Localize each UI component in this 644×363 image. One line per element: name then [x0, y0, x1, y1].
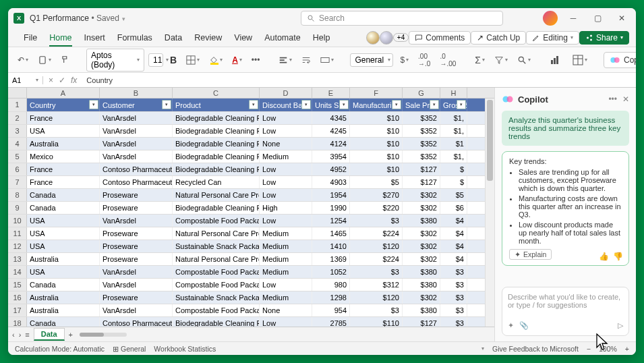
cell[interactable]: Mexico — [27, 150, 100, 163]
cell[interactable]: Proseware — [100, 227, 173, 240]
maximize-button[interactable]: ▢ — [589, 11, 606, 26]
cell[interactable]: $5 — [440, 189, 467, 201]
cell[interactable]: Canada — [27, 317, 100, 327]
filter-icon[interactable]: ▾ — [457, 100, 466, 109]
cell[interactable]: 1410 — [312, 240, 350, 252]
borders-button[interactable]: ▾ — [183, 53, 202, 67]
cell[interactable]: 1465 — [312, 227, 350, 240]
cell[interactable]: 4345 — [312, 112, 350, 124]
menu-home[interactable]: Home — [43, 33, 78, 43]
zoom-in-button[interactable]: + — [625, 345, 629, 353]
cell[interactable]: Natural Personal Care Products — [173, 227, 260, 240]
cell[interactable]: Medium — [260, 150, 312, 163]
cell[interactable]: $3 — [350, 215, 403, 227]
cell[interactable]: VanArsdel — [100, 304, 173, 316]
share-button[interactable]: Share▾ — [579, 31, 629, 45]
cell[interactable]: $5 — [350, 176, 403, 188]
cell[interactable]: $3 — [440, 279, 467, 291]
row-header[interactable]: 3 — [8, 125, 27, 137]
workbook-stats[interactable]: Workbook Statistics — [154, 345, 216, 353]
cell[interactable]: Proseware — [100, 291, 173, 304]
currency-button[interactable]: $▾ — [397, 53, 411, 67]
cell[interactable]: None — [260, 304, 312, 316]
filter-icon[interactable]: ▾ — [301, 100, 311, 109]
sort-filter-button[interactable]: ▾ — [492, 53, 510, 67]
font-color-button[interactable]: A▾ — [229, 53, 245, 67]
attachment-icon[interactable]: 📎 — [519, 321, 529, 330]
table-row[interactable]: 12USAProsewareSustainable Snack Packagin… — [8, 240, 494, 253]
cell[interactable]: 1954 — [312, 189, 350, 201]
col-header[interactable]: G — [403, 88, 440, 98]
row-header[interactable]: 15 — [8, 279, 27, 291]
search-input[interactable]: Search — [301, 11, 503, 26]
more-font-button[interactable]: ••• — [249, 53, 263, 67]
cell[interactable]: $380 — [403, 215, 440, 227]
table-row[interactable]: 3USAVanArsdelBiodegradable Cleaning Prod… — [8, 125, 494, 138]
cell[interactable]: $1, — [440, 125, 467, 137]
cell[interactable]: $352 — [403, 138, 440, 150]
cancel-icon[interactable]: × — [49, 76, 53, 85]
presence-avatar[interactable] — [366, 31, 380, 45]
cell[interactable]: Natural Personal Care Products — [173, 189, 260, 201]
table-column-header[interactable]: Discount Band▾ — [260, 99, 312, 111]
all-sheets-button[interactable]: ≡ — [25, 331, 29, 339]
cell[interactable]: $352 — [403, 125, 440, 137]
cell[interactable]: Proseware — [100, 253, 173, 265]
cell[interactable]: Australia — [27, 304, 100, 316]
cell[interactable]: $120 — [350, 240, 403, 252]
cell[interactable]: $10 — [350, 163, 403, 175]
menu-help[interactable]: Help — [307, 33, 336, 43]
cell[interactable]: $4 — [440, 253, 467, 265]
table-row[interactable]: 8CanadaProsewareNatural Personal Care Pr… — [8, 189, 494, 202]
feedback-link[interactable]: Give Feedback to Microsoft — [492, 345, 579, 353]
font-size-select[interactable]: 11▾ — [148, 53, 163, 67]
cell[interactable]: Low — [260, 317, 312, 327]
cell[interactable]: $127 — [403, 317, 440, 327]
analyze-data-button[interactable] — [547, 53, 563, 67]
cell[interactable]: 1990 — [312, 202, 350, 214]
cell[interactable]: Compostable Food Packaging — [173, 304, 260, 316]
table-row[interactable]: 10USAVanArsdelCompostable Food Packaging… — [8, 215, 494, 227]
chevron-down-icon[interactable]: ▾ — [122, 16, 125, 22]
row-header[interactable]: 10 — [8, 215, 27, 227]
cell[interactable]: VanArsdel — [100, 150, 173, 163]
col-header[interactable]: D — [260, 88, 312, 98]
table-row[interactable]: 6FranceContoso PharmaceuticalsBiodegrada… — [8, 163, 494, 176]
cell[interactable]: $4 — [440, 215, 467, 227]
autosum-button[interactable]: Σ▾ — [472, 53, 488, 67]
cell[interactable]: Compostable Food Packaging — [173, 266, 260, 278]
catchup-button[interactable]: ↗Catch Up — [471, 31, 526, 45]
filter-icon[interactable]: ▾ — [339, 100, 349, 109]
vertical-scrollbar[interactable] — [485, 99, 494, 327]
align-left-button[interactable]: ▾ — [276, 53, 295, 67]
cell[interactable]: Contoso Pharmaceuticals — [100, 163, 173, 175]
cell[interactable]: 4952 — [312, 163, 350, 175]
cell[interactable]: Sustainable Snack Packaging — [173, 291, 260, 304]
cell[interactable]: Biodegradable Cleaning Products — [173, 150, 260, 163]
thumbs-up-icon[interactable]: 👍 — [599, 252, 609, 261]
table-row[interactable]: 16AustraliaProsewareSustainable Snack Pa… — [8, 291, 494, 304]
cell[interactable]: $127 — [403, 176, 440, 188]
cell[interactable]: $3 — [350, 304, 403, 316]
cell[interactable]: Low — [260, 125, 312, 137]
cell[interactable]: $302 — [403, 240, 440, 252]
cell[interactable]: Contoso Pharmaceuticals — [100, 176, 173, 188]
cell[interactable]: Biodegradable Cleaning Products — [173, 138, 260, 150]
cell[interactable]: 3954 — [312, 150, 350, 163]
cell[interactable]: $270 — [350, 189, 403, 201]
confirm-icon[interactable]: ✓ — [59, 76, 65, 85]
cell[interactable]: 2785 — [312, 317, 350, 327]
cell[interactable]: VanArsdel — [100, 112, 173, 124]
cell[interactable]: Natural Personal Care Products — [173, 253, 260, 265]
col-header[interactable]: C — [173, 88, 260, 98]
table-column-header[interactable]: Country▾ — [27, 99, 100, 111]
number-format-select[interactable]: General▾ — [350, 53, 393, 67]
filter-icon[interactable]: ▾ — [430, 100, 439, 109]
fill-color-button[interactable]: ▾ — [206, 53, 225, 67]
cell[interactable]: 1298 — [312, 291, 350, 304]
cell[interactable]: Proseware — [100, 189, 173, 201]
filter-icon[interactable]: ▾ — [249, 100, 258, 109]
cell[interactable]: USA — [27, 266, 100, 278]
col-header[interactable]: A — [27, 88, 100, 98]
font-name-select[interactable]: Aptos (Body)▾ — [86, 49, 144, 72]
